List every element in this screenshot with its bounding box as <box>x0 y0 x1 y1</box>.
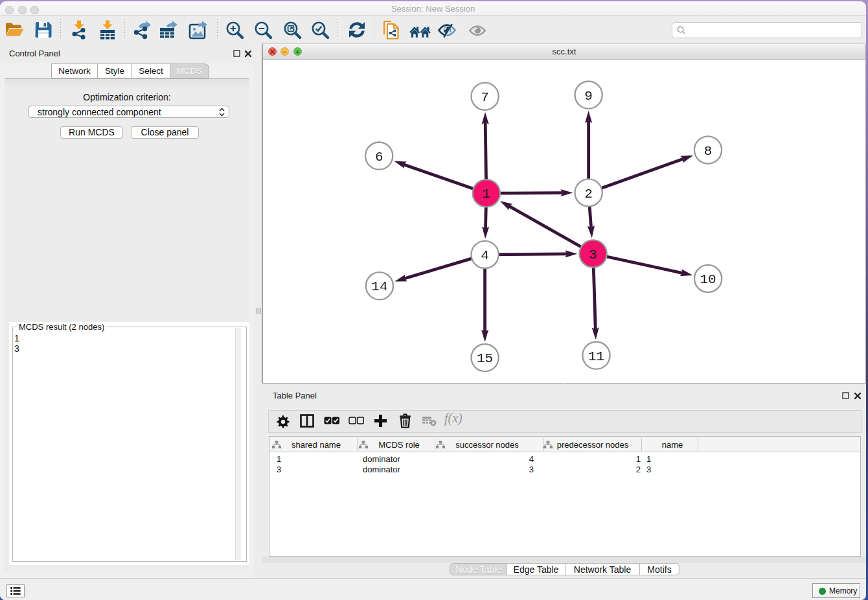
svg-text:9: 9 <box>584 89 593 104</box>
svg-text:8: 8 <box>704 144 713 159</box>
svg-text:3: 3 <box>589 248 597 262</box>
svg-text:7: 7 <box>481 90 489 105</box>
svg-text:6: 6 <box>375 150 383 165</box>
svg-text:10: 10 <box>700 272 716 287</box>
svg-text:11: 11 <box>588 349 604 364</box>
svg-text:4: 4 <box>481 248 489 263</box>
svg-text:14: 14 <box>371 279 387 294</box>
svg-text:1: 1 <box>482 187 490 202</box>
svg-text:2: 2 <box>584 187 593 202</box>
svg-text:15: 15 <box>477 351 493 366</box>
